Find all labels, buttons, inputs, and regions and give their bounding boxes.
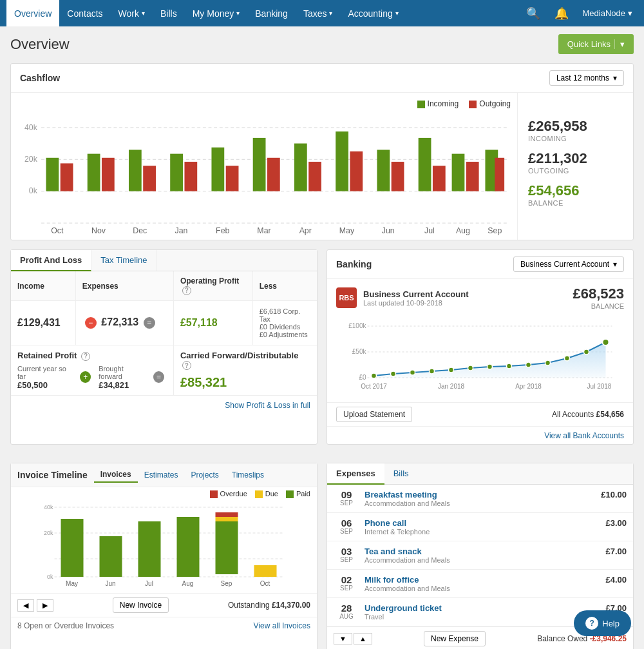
view-all-invoices-link[interactable]: View all Invoices — [254, 621, 311, 630]
accounting-arrow-icon: ▾ — [395, 10, 399, 17]
svg-text:May: May — [339, 226, 355, 235]
page-content: Overview Quick Links ▾ Cashflow Last 12 … — [0, 26, 644, 649]
invoice-chart-wrapper: 40k 20k 0k May Jun Jul Aug — [11, 501, 317, 593]
current-value: £50,500 — [17, 380, 48, 390]
exp-name-1[interactable]: Breakfast meeting — [365, 490, 594, 499]
tab-bills[interactable]: Bills — [384, 463, 418, 484]
cf-info-icon[interactable]: ? — [182, 361, 191, 370]
svg-text:20k: 20k — [24, 155, 38, 164]
invoice-footer: ◀ ▶ New Invoice Outstanding £14,370.00 — [11, 593, 317, 617]
svg-point-53 — [488, 364, 493, 369]
view-all-bank-link[interactable]: View all Bank Accounts — [544, 431, 624, 440]
profit-loss-table: Income Expenses Operating Profit ? Less … — [11, 271, 317, 396]
exp-name-3[interactable]: Tea and snack — [365, 547, 599, 556]
nav-banking[interactable]: Banking — [247, 0, 296, 26]
nav-bills[interactable]: Bills — [153, 0, 185, 26]
overdue-legend: Overdue — [210, 490, 247, 498]
svg-point-49 — [410, 370, 415, 375]
quick-links-button[interactable]: Quick Links ▾ — [558, 34, 634, 54]
svg-text:Apr 2018: Apr 2018 — [515, 383, 542, 390]
new-invoice-button[interactable]: New Invoice — [113, 597, 169, 613]
svg-rect-18 — [226, 166, 239, 191]
op-profit-info-icon[interactable]: ? — [182, 286, 191, 295]
exp-name-2[interactable]: Phone call — [365, 518, 599, 528]
tab-estimates[interactable]: Estimates — [138, 468, 185, 482]
exp-name-4[interactable]: Milk for office — [365, 575, 599, 585]
tab-expenses[interactable]: Expenses — [327, 463, 384, 485]
invoice-prev-button[interactable]: ◀ — [17, 599, 34, 612]
svg-rect-12 — [143, 166, 156, 191]
svg-rect-30 — [392, 162, 404, 191]
exp-name-5[interactable]: Underground ticket — [365, 603, 599, 613]
nav-work[interactable]: Work ▾ — [111, 0, 153, 26]
svg-rect-33 — [433, 166, 446, 191]
cashflow-header: Cashflow Last 12 months ▾ — [11, 64, 633, 93]
svg-text:Dec: Dec — [133, 226, 147, 235]
svg-text:Nov: Nov — [91, 226, 106, 235]
expenses-prev-button[interactable]: ▼ — [334, 633, 352, 644]
svg-point-48 — [391, 371, 396, 376]
retained-row: Retained Profit ? Current year so far £5… — [11, 345, 317, 396]
equals-icon-2: = — [153, 371, 164, 383]
svg-text:Jul: Jul — [145, 580, 153, 587]
search-button[interactable]: 🔍 — [521, 4, 545, 23]
banking-filter-button[interactable]: Business Current Account ▾ — [513, 257, 624, 272]
banking-title: Banking — [336, 259, 372, 269]
user-name: MediaNode — [583, 8, 626, 18]
svg-rect-39 — [495, 158, 504, 191]
tab-tax-timeline[interactable]: Tax Timeline — [91, 250, 156, 271]
retained-info-icon[interactable]: ? — [81, 352, 90, 361]
upload-statement-button[interactable]: Upload Statement — [336, 407, 412, 422]
nav-accounting[interactable]: Accounting ▾ — [340, 0, 406, 26]
nav-overview[interactable]: Overview — [6, 0, 59, 26]
banking-filter-arrow-icon: ▾ — [613, 260, 617, 269]
incoming-value: £265,958 — [528, 118, 623, 135]
svg-text:£0: £0 — [359, 374, 366, 381]
user-menu[interactable]: MediaNode ▾ — [578, 8, 638, 18]
svg-text:Oct: Oct — [51, 226, 64, 235]
overdue-dot-icon — [210, 490, 218, 498]
svg-rect-83 — [254, 565, 277, 577]
bank-last-updated: Last updated 10-09-2018 — [363, 299, 469, 307]
invoice-next-button[interactable]: ▶ — [37, 599, 53, 612]
cashflow-title: Cashflow — [20, 73, 60, 83]
svg-text:May: May — [66, 580, 78, 587]
exp-cat-3: Accommodation and Meals — [365, 556, 599, 564]
exp-desc-4: Milk for office Accommodation and Meals — [365, 575, 599, 592]
brought-forward-section: Brought forward £34,821 — [99, 365, 146, 390]
tab-invoices[interactable]: Invoices — [94, 467, 138, 483]
cashflow-filter-button[interactable]: Last 12 months ▾ — [549, 70, 624, 86]
new-expense-button[interactable]: New Expense — [424, 631, 486, 646]
tab-profit-loss[interactable]: Profit And Loss — [11, 250, 91, 271]
invoice-legend: Overdue Due Paid — [11, 487, 317, 501]
show-full-link[interactable]: Show Profit & Loss in full — [11, 396, 317, 415]
op-profit-value: £57,118 — [173, 300, 252, 345]
exp-desc-3: Tea and snack Accommodation and Meals — [365, 547, 599, 564]
tab-timeslips[interactable]: Timeslips — [225, 468, 270, 482]
expenses-next-button[interactable]: ▲ — [354, 633, 372, 644]
svg-point-54 — [507, 363, 512, 369]
nav-contacts[interactable]: Contacts — [59, 0, 110, 26]
exp-date-2: 06 SEP — [334, 518, 359, 535]
svg-text:0k: 0k — [29, 186, 38, 195]
cashflow-filter-label: Last 12 months — [556, 73, 609, 82]
help-button[interactable]: ? Help — [574, 610, 631, 636]
exp-cat-1: Accommodation and Meals — [365, 499, 594, 507]
nav-mymoney[interactable]: My Money ▾ — [185, 0, 248, 26]
bell-button[interactable]: 🔔 — [549, 4, 574, 23]
expenses-value: − £72,313 = — [75, 300, 173, 345]
outgoing-legend: Outgoing — [469, 99, 511, 108]
nav-taxes[interactable]: Taxes ▾ — [296, 0, 341, 26]
less-item-3: £0 Adjustments — [260, 331, 310, 338]
cashflow-legend: Incoming Outgoing — [17, 99, 511, 108]
tab-projects[interactable]: Projects — [184, 468, 225, 482]
bar-oct-incoming — [46, 158, 59, 191]
col-expenses: Expenses — [75, 271, 173, 300]
incoming-label: INCOMING — [528, 135, 623, 142]
svg-point-58 — [584, 349, 589, 354]
cf-section: Carried Forward/Distributable ? £85,321 — [173, 345, 317, 396]
bank-balance-amount: £68,523 — [573, 286, 624, 302]
svg-rect-81 — [216, 512, 238, 517]
banking-account-header: RBS Business Current Account Last update… — [327, 279, 633, 316]
outgoing-value: £211,302 — [528, 150, 623, 167]
